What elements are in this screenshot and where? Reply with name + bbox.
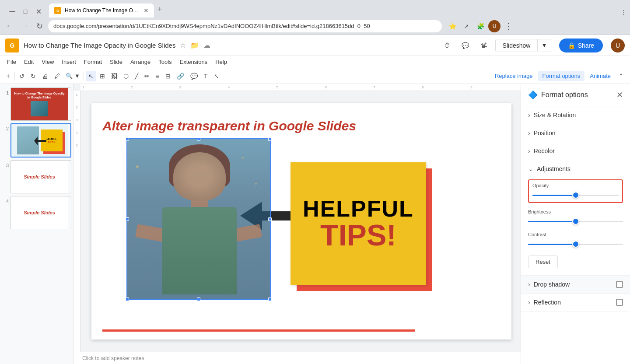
cursor-tool[interactable]: ↖ (86, 71, 96, 81)
contrast-label: Contrast (528, 232, 623, 237)
recolor-section[interactable]: › Recolor (521, 142, 630, 160)
position-section[interactable]: › Position (521, 124, 630, 142)
print-button[interactable]: 🖨 (39, 71, 51, 81)
align-tool[interactable]: ≡ (153, 71, 162, 81)
menu-extensions[interactable]: Extensions (176, 58, 211, 66)
shape-tool[interactable]: ⬡ (121, 71, 131, 81)
format-panel-title: Format options (541, 91, 616, 99)
distribute-tool[interactable]: ⊟ (163, 71, 173, 81)
tab-overflow-button[interactable]: ⋮ (620, 9, 626, 16)
maximize-window[interactable]: □ (20, 6, 31, 17)
chrome-menu-button[interactable]: ⋮ (502, 20, 514, 32)
bottom-accent-line (102, 329, 415, 332)
speaker-notes[interactable]: Click to add speaker notes (74, 352, 521, 364)
selected-image[interactable] (126, 138, 271, 300)
pen-tool[interactable]: ✏ (142, 71, 152, 81)
drop-shadow-section[interactable]: › Drop shadow (521, 276, 630, 294)
animate-button[interactable]: Animate (585, 71, 615, 81)
link-tool[interactable]: 🔗 (174, 71, 187, 81)
opacity-row: Opacity (528, 179, 623, 203)
tab-close-button[interactable]: ✕ (144, 7, 149, 14)
menu-tools[interactable]: Tools (155, 58, 175, 66)
comment-tool[interactable]: 💬 (188, 71, 200, 81)
reflection-checkbox[interactable] (616, 299, 623, 306)
replace-image-button[interactable]: Replace image (490, 71, 537, 81)
reset-adjustments-button[interactable]: Reset (528, 256, 558, 268)
menu-arrange[interactable]: Arrange (127, 58, 154, 66)
bookmark-button[interactable]: ⭐ (446, 20, 458, 32)
menu-format[interactable]: Format (80, 58, 105, 66)
slide-thumbnail-3[interactable]: 3 Simple Slides (2, 160, 71, 193)
browser-tab[interactable]: G How to Change The Image Opac... ✕ (49, 4, 154, 18)
address-bar[interactable] (48, 20, 442, 32)
undo-button[interactable]: ↺ (17, 71, 27, 81)
canvas-area: 1 2 3 4 5 6 7 8 9 1 2 3 4 5 Alter image … (74, 84, 521, 364)
menu-slide[interactable]: Slide (106, 58, 126, 66)
contrast-slider[interactable] (572, 241, 579, 248)
size-rotation-section[interactable]: › Size & Rotation (521, 106, 630, 124)
menu-insert[interactable]: Insert (58, 58, 80, 66)
version-history-button[interactable]: ⏱ (440, 38, 454, 52)
svg-marker-0 (34, 136, 46, 145)
slide-title: Alter image transparent in Google Slides (102, 119, 415, 133)
slideshow-dropdown-button[interactable]: ▼ (537, 39, 550, 51)
slide-number-4: 4 (2, 196, 9, 204)
menu-edit[interactable]: Edit (21, 58, 37, 66)
format-panel: 🔷 Format options ✕ › Size & Rotation › P… (521, 84, 630, 364)
insert-button[interactable]: + (4, 70, 13, 82)
format-options-button[interactable]: Format options (538, 71, 585, 81)
size-rotation-chevron: › (528, 112, 530, 119)
format-panel-close-button[interactable]: ✕ (616, 90, 623, 100)
refresh-button[interactable]: ↻ (33, 20, 46, 32)
slide-number-2: 2 (2, 123, 9, 131)
line-tool[interactable]: ╱ (132, 71, 141, 81)
slide-thumbnail-1[interactable]: 1 How to Change The Image Opacity in Goo… (2, 88, 71, 121)
slide-thumbnail-4[interactable]: 4 Simple Slides (2, 196, 71, 229)
paint-format-button[interactable]: 🖊 (52, 71, 63, 81)
profile-button[interactable]: U (488, 20, 500, 32)
format-panel-icon: 🔷 (528, 90, 538, 100)
extensions-button[interactable]: 🧩 (474, 20, 486, 32)
image-tool[interactable]: 🖼 (108, 71, 120, 81)
back-button[interactable]: ← (4, 20, 16, 32)
position-chevron: › (528, 130, 530, 136)
opacity-slider[interactable] (572, 192, 579, 199)
app-logo: G (5, 38, 19, 52)
recolor-chevron: › (528, 147, 530, 154)
sticky-note: HELPFUL TIPS! (280, 151, 437, 296)
tips-text: TIPS! (320, 220, 396, 250)
redo-button[interactable]: ↻ (28, 71, 38, 81)
menu-view[interactable]: View (38, 58, 57, 66)
crop-tool[interactable]: ⤡ (211, 71, 222, 81)
share-button[interactable]: 🔒 Share (559, 38, 603, 52)
brightness-row: Brightness (528, 209, 623, 226)
drop-shadow-chevron: › (528, 281, 530, 288)
recolor-label: Recolor (534, 147, 555, 154)
slide-thumbnail-2[interactable]: 2 HELPFUL TIPS! (2, 123, 71, 158)
comments-button[interactable]: 💬 (458, 38, 472, 52)
forward-button[interactable]: → (18, 20, 31, 32)
new-tab-button[interactable]: + (156, 3, 164, 16)
close-window[interactable]: ✕ (33, 6, 44, 17)
contrast-row: Contrast (528, 232, 623, 248)
share-page-button[interactable]: ↗ (460, 20, 472, 32)
zoom-button[interactable]: 🔍 ▼ (66, 73, 80, 79)
minimize-window[interactable]: ─ (7, 6, 18, 17)
layout-tool[interactable]: ⊞ (97, 71, 108, 81)
slideshow-button[interactable]: Slideshow (496, 39, 538, 52)
adjustments-header[interactable]: ⌄ Adjustments (521, 160, 630, 178)
reflection-section[interactable]: › Reflection (521, 294, 630, 312)
user-avatar[interactable]: U (611, 38, 625, 52)
menu-help[interactable]: Help (212, 58, 231, 66)
star-favorite-button[interactable]: ☆ (180, 41, 186, 49)
collapse-toolbar-button[interactable]: ⌃ (616, 71, 626, 81)
adjustments-label: Adjustments (537, 165, 570, 172)
size-rotation-label: Size & Rotation (534, 112, 576, 119)
cloud-save-button[interactable]: ☁ (203, 41, 210, 49)
drop-shadow-checkbox[interactable] (616, 281, 623, 288)
menu-file[interactable]: File (4, 58, 20, 66)
present-button[interactable]: 📽 (477, 38, 491, 52)
move-to-drive-button[interactable]: 📁 (190, 41, 199, 49)
brightness-slider[interactable] (572, 218, 579, 225)
text-box-tool[interactable]: T (201, 71, 210, 81)
